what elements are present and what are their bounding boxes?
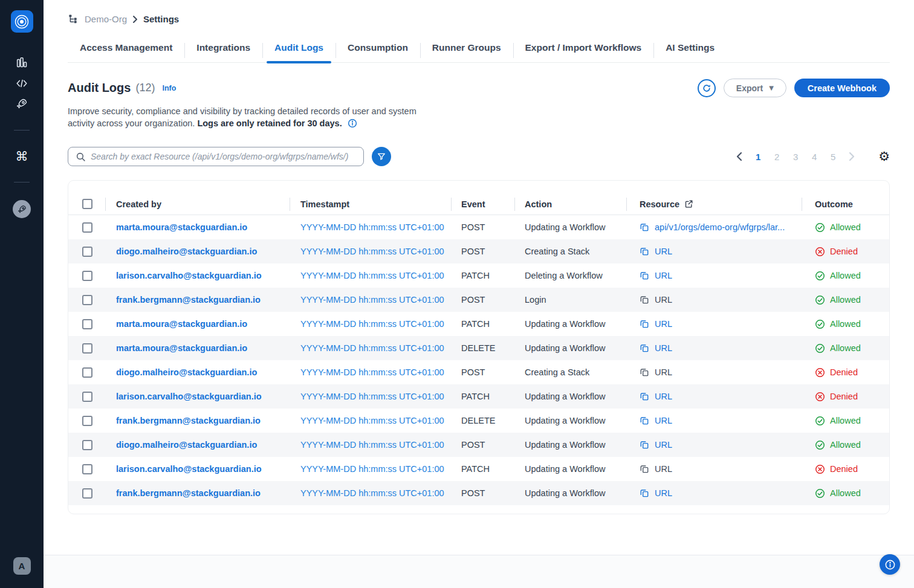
timestamp-link[interactable]: YYYY-MM-DD hh:mm:ss UTC+01:00 xyxy=(290,464,452,474)
create-webhook-button[interactable]: Create Webhook xyxy=(794,79,890,97)
timestamp-link[interactable]: YYYY-MM-DD hh:mm:ss UTC+01:00 xyxy=(290,247,452,256)
timestamp-link[interactable]: YYYY-MM-DD hh:mm:ss UTC+01:00 xyxy=(290,271,452,280)
timestamp-link[interactable]: YYYY-MM-DD hh:mm:ss UTC+01:00 xyxy=(290,343,452,353)
copy-icon[interactable] xyxy=(640,440,649,450)
created-by-link[interactable]: frank.bergmann@stackguardian.io xyxy=(106,488,290,498)
created-by-link[interactable]: frank.bergmann@stackguardian.io xyxy=(106,416,290,425)
created-by-link[interactable]: diogo.malheiro@stackguardian.io xyxy=(106,440,290,450)
tab-runner-groups[interactable]: Runner Groups xyxy=(420,42,513,62)
resource-link[interactable]: URL xyxy=(627,440,802,450)
page-number[interactable]: 4 xyxy=(808,150,821,163)
tab-access-management[interactable]: Access Management xyxy=(68,42,184,62)
brand-logo-icon[interactable] xyxy=(11,10,33,33)
timestamp-link[interactable]: YYYY-MM-DD hh:mm:ss UTC+01:00 xyxy=(290,488,452,498)
sidebar-workspace-avatar[interactable] xyxy=(13,200,31,218)
timestamp-link[interactable]: YYYY-MM-DD hh:mm:ss UTC+01:00 xyxy=(290,295,452,305)
created-by-link[interactable]: diogo.malheiro@stackguardian.io xyxy=(106,367,290,377)
copy-icon[interactable] xyxy=(640,343,649,353)
copy-icon[interactable] xyxy=(640,222,649,232)
page-number[interactable]: 3 xyxy=(789,150,802,163)
row-checkbox[interactable] xyxy=(82,464,92,474)
created-by-link[interactable]: larison.carvalho@stackguardian.io xyxy=(106,392,290,401)
search-input[interactable] xyxy=(91,152,356,161)
table-row: frank.bergmann@stackguardian.io YYYY-MM-… xyxy=(68,409,889,433)
row-checkbox[interactable] xyxy=(82,343,92,354)
copy-icon[interactable] xyxy=(640,247,649,256)
help-info-button[interactable] xyxy=(880,554,900,575)
created-by-link[interactable]: marta.moura@stackguardian.io xyxy=(106,343,290,353)
created-by-link[interactable]: frank.bergmann@stackguardian.io xyxy=(106,295,290,305)
page-next-button[interactable] xyxy=(845,150,858,163)
info-link[interactable]: Info xyxy=(162,84,176,92)
page-number[interactable]: 1 xyxy=(751,150,765,163)
copy-icon[interactable] xyxy=(640,271,649,280)
resource-link[interactable]: URL xyxy=(627,392,802,401)
tab-integrations[interactable]: Integrations xyxy=(184,42,262,62)
copy-icon[interactable] xyxy=(640,488,649,498)
tab-ai-settings[interactable]: AI Settings xyxy=(653,42,727,62)
resource-link[interactable]: api/v1/orgs/demo-org/wfgrps/lar... xyxy=(627,222,802,232)
copy-icon[interactable] xyxy=(640,295,649,305)
timestamp-link[interactable]: YYYY-MM-DD hh:mm:ss UTC+01:00 xyxy=(290,416,452,425)
created-by-link[interactable]: marta.moura@stackguardian.io xyxy=(106,319,290,329)
page-number[interactable]: 5 xyxy=(826,150,840,163)
page-prev-button[interactable] xyxy=(733,150,746,163)
select-all-checkbox[interactable] xyxy=(82,199,92,209)
created-by-link[interactable]: larison.carvalho@stackguardian.io xyxy=(106,271,290,280)
row-checkbox[interactable] xyxy=(82,247,92,257)
copy-icon[interactable] xyxy=(640,416,649,425)
created-by-link[interactable]: larison.carvalho@stackguardian.io xyxy=(106,464,290,474)
sidebar-item-launch[interactable] xyxy=(11,94,33,114)
timestamp-link[interactable]: YYYY-MM-DD hh:mm:ss UTC+01:00 xyxy=(290,367,452,377)
breadcrumb-org[interactable]: Demo-Org xyxy=(85,14,127,24)
tab-label: Runner Groups xyxy=(432,42,501,53)
copy-icon[interactable] xyxy=(640,392,649,401)
row-checkbox[interactable] xyxy=(82,440,92,450)
outcome-badge: Denied xyxy=(802,367,889,378)
action-value: Deleting a Workflow xyxy=(515,271,627,280)
table-settings-gear-icon[interactable]: ⚙ xyxy=(878,150,890,163)
sidebar-item-dashboards[interactable] xyxy=(11,53,33,73)
created-by-link[interactable]: marta.moura@stackguardian.io xyxy=(106,222,290,232)
external-link-icon[interactable] xyxy=(684,199,693,208)
resource-link[interactable]: URL xyxy=(627,343,802,353)
tab-audit-logs[interactable]: Audit Logs xyxy=(262,42,335,62)
resource-link[interactable]: URL xyxy=(627,271,802,280)
info-circle-icon[interactable] xyxy=(348,118,357,131)
row-checkbox[interactable] xyxy=(82,367,92,378)
resource-link[interactable]: URL xyxy=(627,464,802,474)
event-value: PATCH xyxy=(452,319,515,329)
caret-down-icon: ▼ xyxy=(769,85,774,91)
tab-consumption[interactable]: Consumption xyxy=(335,42,420,62)
export-button[interactable]: Export ▼ xyxy=(724,79,786,97)
row-checkbox[interactable] xyxy=(82,488,92,499)
resource-link[interactable]: URL xyxy=(627,319,802,329)
user-avatar[interactable]: A xyxy=(13,557,31,575)
resource-link[interactable]: URL xyxy=(627,416,802,425)
sidebar-item-code[interactable] xyxy=(11,73,33,94)
timestamp-link[interactable]: YYYY-MM-DD hh:mm:ss UTC+01:00 xyxy=(290,319,452,329)
timestamp-link[interactable]: YYYY-MM-DD hh:mm:ss UTC+01:00 xyxy=(290,440,452,450)
sidebar-item-command-palette[interactable]: ⌘ xyxy=(11,146,33,167)
resource-link[interactable]: URL xyxy=(627,488,802,498)
row-checkbox[interactable] xyxy=(82,319,92,329)
timestamp-link[interactable]: YYYY-MM-DD hh:mm:ss UTC+01:00 xyxy=(290,222,452,232)
timestamp-link[interactable]: YYYY-MM-DD hh:mm:ss UTC+01:00 xyxy=(290,392,452,401)
filter-button[interactable] xyxy=(372,147,391,166)
row-checkbox[interactable] xyxy=(82,222,92,233)
tab-export-import-workflows[interactable]: Export / Import Workflows xyxy=(513,42,654,62)
page-number[interactable]: 2 xyxy=(770,150,783,163)
copy-icon[interactable] xyxy=(640,464,649,474)
copy-icon[interactable] xyxy=(640,319,649,329)
created-by-link[interactable]: diogo.malheiro@stackguardian.io xyxy=(106,247,290,256)
resource-link[interactable]: URL xyxy=(627,367,802,377)
row-checkbox[interactable] xyxy=(82,271,92,281)
resource-link[interactable]: URL xyxy=(627,247,802,256)
refresh-button[interactable] xyxy=(698,79,716,97)
row-checkbox[interactable] xyxy=(82,392,92,402)
resource-link[interactable]: URL xyxy=(627,295,802,305)
row-checkbox[interactable] xyxy=(82,295,92,305)
row-checkbox[interactable] xyxy=(82,416,92,426)
copy-icon[interactable] xyxy=(640,367,649,377)
check-circle-icon xyxy=(815,416,825,426)
